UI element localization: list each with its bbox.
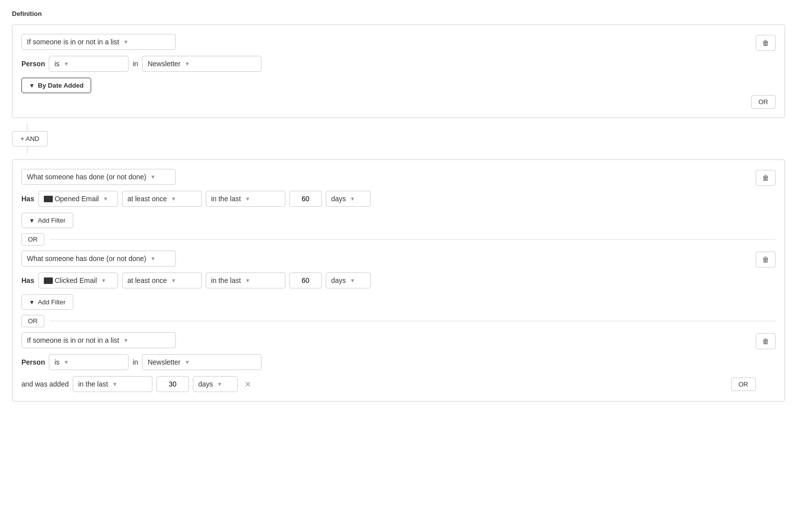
add-filter-button-1[interactable]: ▼ Add Filter <box>21 213 73 228</box>
delete-block-4-button[interactable]: 🗑 <box>756 333 776 349</box>
chevron-down-icon: ▼ <box>171 196 176 202</box>
chevron-down-icon: ▼ <box>245 196 251 202</box>
or-button-block1[interactable]: OR <box>751 95 776 109</box>
or-label-2[interactable]: OR <box>21 315 44 327</box>
chevron-down-icon: ▼ <box>350 196 355 202</box>
person-label-1: Person <box>21 60 45 68</box>
chevron-down-icon: ▼ <box>112 381 118 387</box>
date-period-dropdown[interactable]: days ▼ <box>193 376 238 392</box>
activity-dropdown-1[interactable]: What someone has done (or not done) ▼ <box>21 169 176 185</box>
filter-icon-1: ▼ <box>29 217 35 224</box>
chevron-down-icon: ▼ <box>64 359 69 365</box>
trash-icon: 🗑 <box>762 174 769 182</box>
timeframe-dropdown-2[interactable]: in the last ▼ <box>206 272 285 288</box>
list-dropdown-1[interactable]: Newsletter ▼ <box>142 56 262 72</box>
chevron-down-icon: ▼ <box>101 277 107 283</box>
chevron-down-icon: ▼ <box>171 277 176 283</box>
date-timeframe-dropdown[interactable]: in the last ▼ <box>73 376 152 392</box>
timeframe-dropdown-1[interactable]: in the last ▼ <box>206 191 285 207</box>
in-label-1: in <box>133 60 138 68</box>
and-connector: + AND <box>12 118 785 159</box>
definition-title: Definition <box>12 10 785 17</box>
chevron-down-icon: ▼ <box>103 196 108 202</box>
list-dropdown-2[interactable]: Newsletter ▼ <box>142 354 262 370</box>
frequency-dropdown-2[interactable]: at least once ▼ <box>122 272 202 288</box>
add-filter-button-2[interactable]: ▼ Add Filter <box>21 294 73 310</box>
has-label-2: Has <box>21 276 34 284</box>
filter-icon-2: ▼ <box>29 299 35 306</box>
delete-block-1-button[interactable]: 🗑 <box>756 35 776 51</box>
opened-email-dropdown[interactable]: Opened Email ▼ <box>38 191 118 207</box>
chevron-down-icon: ▼ <box>185 359 190 365</box>
chevron-down-icon: ▼ <box>245 277 251 283</box>
chevron-down-icon: ▼ <box>217 381 223 387</box>
trash-icon: 🗑 <box>762 337 769 345</box>
delete-block-2-button[interactable]: 🗑 <box>756 170 776 186</box>
clicked-email-dropdown[interactable]: Clicked Email ▼ <box>38 272 118 288</box>
number-input-2[interactable] <box>289 272 322 288</box>
or-button-block4[interactable]: OR <box>731 378 756 391</box>
list-condition-dropdown-1[interactable]: If someone is in or not in a list ▼ <box>21 34 176 50</box>
person-label-2: Person <box>21 358 45 366</box>
email-activity-icon <box>44 196 53 202</box>
number-input-1[interactable] <box>289 191 322 207</box>
chevron-down-icon: ▼ <box>123 39 129 45</box>
person-is-dropdown-2[interactable]: is ▼ <box>49 354 129 370</box>
chevron-down-icon: ▼ <box>350 277 355 283</box>
or-label-1[interactable]: OR <box>21 233 44 246</box>
or-divider-2: OR <box>21 315 776 327</box>
block-list-condition-1: If someone is in or not in a list ▼ Pers… <box>12 24 785 118</box>
has-label-1: Has <box>21 195 34 203</box>
trash-icon: 🗑 <box>762 39 769 47</box>
chevron-down-icon: ▼ <box>150 256 156 262</box>
frequency-dropdown-1[interactable]: at least once ▼ <box>122 191 202 207</box>
trash-icon: 🗑 <box>762 256 769 264</box>
delete-block-3-button[interactable]: 🗑 <box>756 252 776 267</box>
period-dropdown-2[interactable]: days ▼ <box>326 272 371 288</box>
by-date-added-button[interactable]: ▼ By Date Added <box>21 78 91 93</box>
date-number-input[interactable] <box>156 376 189 392</box>
activity-dropdown-2[interactable]: What someone has done (or not done) ▼ <box>21 251 176 266</box>
chevron-down-icon: ▼ <box>185 61 190 67</box>
list-condition-dropdown-2[interactable]: If someone is in or not in a list ▼ <box>21 332 176 348</box>
chevron-down-icon: ▼ <box>64 61 69 67</box>
and-was-added-label: and was added <box>21 380 69 388</box>
or-divider-1: OR <box>21 233 776 246</box>
filter-icon: ▼ <box>29 82 35 89</box>
period-dropdown-1[interactable]: days ▼ <box>326 191 371 207</box>
and-button[interactable]: + AND <box>12 131 48 146</box>
block-activity-condition-1: What someone has done (or not done) ▼ Ha… <box>12 159 785 401</box>
chevron-down-icon: ▼ <box>150 174 156 180</box>
person-is-dropdown-1[interactable]: is ▼ <box>49 56 129 72</box>
remove-date-filter-button[interactable]: ✕ <box>242 378 254 391</box>
block-list-condition-2: If someone is in or not in a list ▼ Pers… <box>21 332 776 392</box>
chevron-down-icon: ▼ <box>123 337 129 343</box>
email-activity-icon-2 <box>44 277 53 284</box>
block-activity-condition-2: What someone has done (or not done) ▼ Ha… <box>21 251 776 310</box>
in-label-2: in <box>133 358 138 366</box>
